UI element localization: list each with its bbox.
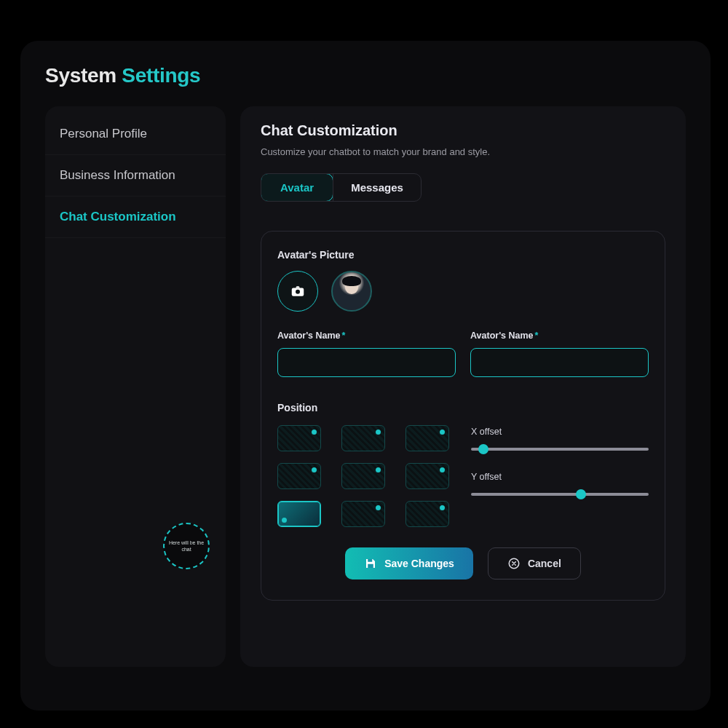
y-offset-slider[interactable] — [471, 489, 649, 499]
field-label-text: Avator's Name — [470, 331, 534, 341]
position-dot-icon — [440, 430, 445, 435]
layout: Personal Profile Business Information Ch… — [45, 106, 686, 667]
position-option-bottom-center[interactable] — [341, 501, 385, 527]
slider-track — [471, 493, 649, 496]
position-wrap: X offset Y offset — [277, 425, 649, 527]
position-option-middle-left[interactable] — [277, 463, 321, 489]
svg-point-1 — [296, 290, 300, 294]
save-icon — [364, 557, 377, 570]
sidebar-item-label: Chat Customization — [60, 210, 176, 223]
tab-label: Avatar — [280, 181, 314, 194]
tab-label: Messages — [351, 181, 403, 194]
tab-messages[interactable]: Messages — [333, 174, 421, 201]
avatar-picture-label: Avatar's Picture — [277, 249, 649, 261]
field-label: Avator's Name* — [277, 331, 456, 341]
save-button[interactable]: Save Changes — [345, 547, 473, 579]
save-button-label: Save Changes — [384, 558, 454, 569]
form-actions: Save Changes Cancel — [277, 547, 649, 579]
avatar-name-fields: Avator's Name* Avator's Name* — [277, 331, 649, 377]
settings-window: System Settings Personal Profile Busines… — [20, 41, 711, 711]
sidebar-item-chat-customization[interactable]: Chat Customization — [45, 197, 226, 238]
cancel-button-label: Cancel — [528, 558, 561, 569]
position-option-bottom-right[interactable] — [405, 501, 449, 527]
sidebar-item-label: Personal Profile — [60, 127, 147, 141]
position-option-bottom-left[interactable] — [277, 501, 321, 527]
y-offset-block: Y offset — [471, 472, 649, 499]
position-dot-icon — [440, 505, 445, 510]
slider-track — [471, 448, 649, 451]
avatar-name-field-1: Avator's Name* — [277, 331, 456, 377]
page-title: System Settings — [45, 64, 686, 87]
position-option-top-left[interactable] — [277, 425, 321, 451]
required-mark: * — [342, 331, 346, 341]
slider-thumb[interactable] — [576, 489, 586, 499]
close-circle-icon — [507, 557, 521, 570]
required-mark: * — [535, 331, 539, 341]
avatar-preview[interactable] — [331, 271, 372, 312]
position-label: Position — [277, 402, 649, 414]
avatar-name-input-2[interactable] — [470, 348, 649, 377]
position-dot-icon — [376, 505, 381, 510]
settings-sidebar: Personal Profile Business Information Ch… — [45, 106, 226, 667]
position-grid — [277, 425, 449, 527]
chat-widget-placeholder: Here will be the chat — [163, 523, 210, 569]
position-dot-icon — [312, 467, 317, 472]
slider-thumb[interactable] — [478, 444, 488, 454]
avatar-card: Avatar's Picture — [261, 231, 665, 601]
position-option-middle-right[interactable] — [405, 463, 449, 489]
page-title-part-b: Settings — [122, 64, 200, 87]
page-title-part-a: System — [45, 64, 122, 87]
chat-placeholder-text: Here will be the chat — [167, 539, 205, 553]
tab-avatar[interactable]: Avatar — [261, 173, 333, 202]
svg-rect-3 — [368, 564, 373, 568]
field-label: Avator's Name* — [470, 331, 649, 341]
position-dot-icon — [312, 430, 317, 435]
avatar-picture-row — [277, 271, 649, 312]
sidebar-item-label: Business Information — [60, 168, 175, 182]
camera-icon — [291, 285, 304, 297]
sidebar-item-business-information[interactable]: Business Information — [45, 155, 226, 197]
svg-rect-2 — [368, 559, 372, 562]
panel-subtitle: Customize your chatbot to match your bra… — [261, 146, 665, 157]
y-offset-label: Y offset — [471, 472, 649, 482]
main-panel: Chat Customization Customize your chatbo… — [240, 106, 686, 667]
position-dot-icon — [440, 467, 445, 472]
position-option-top-center[interactable] — [341, 425, 385, 451]
panel-title: Chat Customization — [261, 122, 665, 139]
offset-sliders: X offset Y offset — [471, 425, 649, 527]
customization-tabs: Avatar Messages — [261, 173, 422, 202]
sidebar-item-personal-profile[interactable]: Personal Profile — [45, 114, 226, 155]
position-dot-icon — [376, 430, 381, 435]
position-dot-icon — [376, 467, 381, 472]
x-offset-block: X offset — [471, 427, 649, 454]
x-offset-slider[interactable] — [471, 444, 649, 454]
avatar-name-input-1[interactable] — [277, 348, 456, 377]
cancel-button[interactable]: Cancel — [488, 547, 581, 579]
position-dot-icon — [282, 518, 287, 523]
position-option-top-right[interactable] — [405, 425, 449, 451]
position-option-middle-center[interactable] — [341, 463, 385, 489]
upload-avatar-button[interactable] — [277, 271, 318, 312]
x-offset-label: X offset — [471, 427, 649, 437]
field-label-text: Avator's Name — [277, 331, 341, 341]
avatar-name-field-2: Avator's Name* — [470, 331, 649, 377]
